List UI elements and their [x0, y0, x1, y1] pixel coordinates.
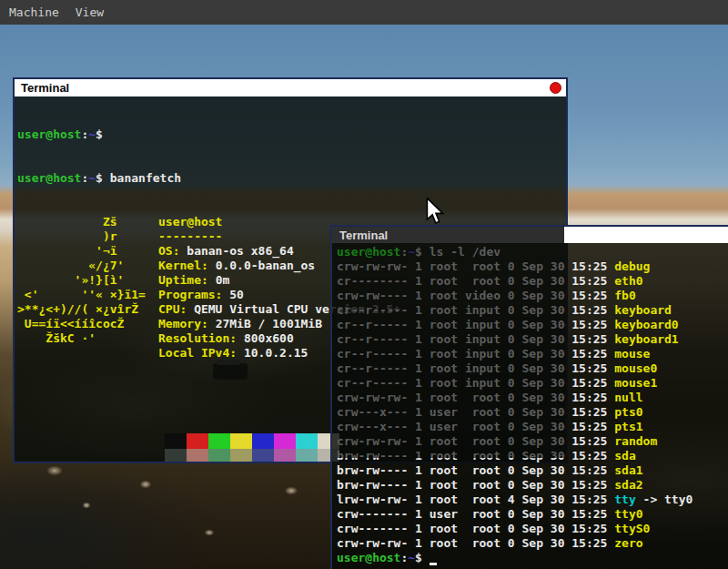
ls-row: crw-rw-rw- 1 root root 0 Sep 30 15:25 ze…	[337, 536, 728, 551]
terminal1-title: Terminal	[21, 81, 69, 95]
ls-row: crw------- 1 user root 0 Sep 30 15:25 tt…	[337, 507, 728, 522]
vm-screen: Machine View Terminal user@host:~$ user@…	[0, 0, 728, 569]
menu-view[interactable]: View	[76, 5, 104, 19]
terminal2-titlebar[interactable]: Terminal	[332, 227, 728, 243]
bananfetch-ascii-art: Zš )r '¬ï «/¿7' '»!}[ì' <' ''« ×}ï1= >**…	[17, 215, 158, 361]
terminal-window-ls: Terminal user@host:~$ ls -l /devcrw-rw-r…	[330, 225, 728, 569]
terminal1-titlebar[interactable]: Terminal	[15, 79, 566, 97]
close-button-icon[interactable]	[550, 82, 561, 94]
ls-row: brw-rw---- 1 root root 0 Sep 30 15:25 sd…	[337, 463, 728, 478]
terminal2-body[interactable]: user@host:~$ ls -l /devcrw-rw-rw- 1 root…	[332, 243, 728, 569]
ls-row: brw-rw---- 1 root root 0 Sep 30 15:25 sd…	[337, 478, 728, 493]
ls-row: crw------- 1 root root 0 Sep 30 15:25 tt…	[337, 522, 728, 536]
terminal2-titlebar-shaded: Terminal	[332, 227, 564, 243]
vm-menubar: Machine View	[0, 0, 728, 25]
ls-row: lrw-rw-rw- 1 root root 4 Sep 30 15:25 tt…	[337, 493, 728, 507]
terminal2-title: Terminal	[339, 229, 388, 242]
mouse-cursor-icon	[424, 198, 446, 227]
prompt-line: user@host:~$	[17, 127, 566, 142]
command-line: user@host:~$ bananfetch	[17, 171, 566, 186]
menu-machine[interactable]: Machine	[9, 5, 59, 19]
terminal2-titlebar-bright	[564, 227, 728, 243]
